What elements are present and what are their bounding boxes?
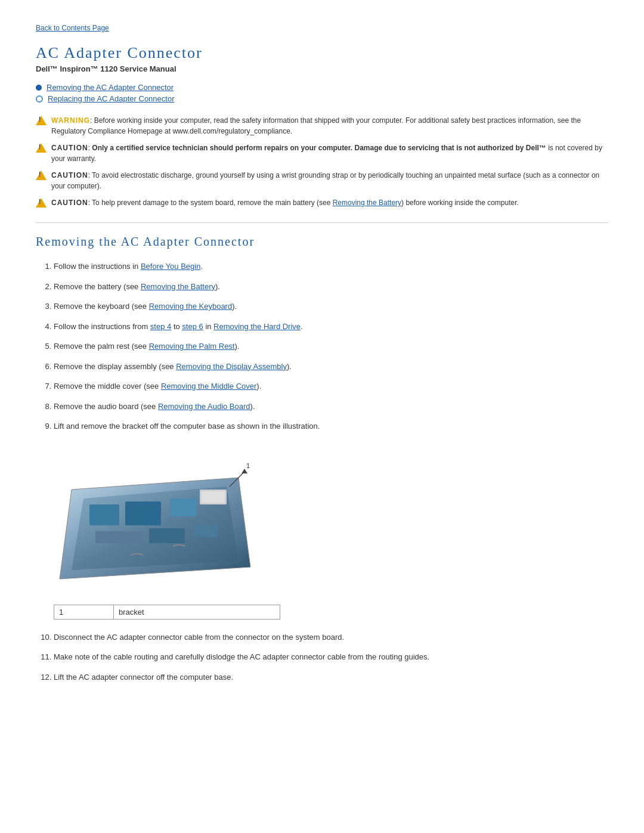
steps-list: Follow the instructions in Before You Be…	[54, 261, 608, 432]
parts-table: 1 bracket	[54, 605, 280, 620]
step-4: Follow the instructions from step 4 to s…	[54, 321, 608, 333]
caution-notice-3: CAUTION: To help prevent damage to the s…	[36, 197, 608, 210]
step-2: Remove the battery (see Removing the Bat…	[54, 281, 608, 293]
before-you-begin-link[interactable]: Before You Begin	[141, 262, 200, 271]
step-8: Remove the audio board (see Removing the…	[54, 401, 608, 413]
warning-icon	[36, 116, 47, 128]
svg-rect-7	[194, 525, 218, 537]
caution-icon-2	[36, 171, 47, 183]
removing-audio-board-link[interactable]: Removing the Audio Board	[158, 402, 250, 411]
page-subtitle: Dell™ Inspiron™ 1120 Service Manual	[36, 64, 608, 73]
page-title: AC Adapter Connector	[36, 44, 608, 62]
caution-label-2: CAUTION	[51, 171, 88, 179]
caution-text-2: CAUTION: To avoid electrostatic discharg…	[51, 170, 608, 191]
warning-text: WARNING: Before working inside your comp…	[51, 115, 608, 137]
removing-middle-cover-link[interactable]: Removing the Middle Cover	[161, 382, 256, 391]
toc-item-2: Replacing the AC Adapter Connector	[36, 94, 608, 103]
laptop-illustration-container: 1	[54, 454, 256, 587]
laptop-illustration-svg: 1	[54, 454, 256, 585]
removing-section-title: Removing the AC Adapter Connector	[36, 235, 608, 249]
removing-display-assembly-link[interactable]: Removing the Display Assembly	[176, 362, 287, 371]
step-3: Remove the keyboard (see Removing the Ke…	[54, 301, 608, 312]
svg-rect-6	[149, 528, 185, 543]
removing-battery-link-caution[interactable]: Removing the Battery	[333, 199, 401, 207]
svg-rect-9	[202, 491, 225, 503]
caution-notice-2: CAUTION: To avoid electrostatic discharg…	[36, 170, 608, 191]
caution-label-1: CAUTION	[51, 144, 88, 152]
warning-notice: WARNING: Before working inside your comp…	[36, 115, 608, 137]
step-9: Lift and remove the bracket off the comp…	[54, 420, 608, 432]
parts-table-number: 1	[54, 605, 114, 619]
caution-icon-3	[36, 198, 47, 210]
step-11: Make note of the cable routing and caref…	[54, 651, 608, 663]
svg-rect-2	[89, 504, 119, 525]
caution-notice-1: CAUTION: Only a certified service techni…	[36, 143, 608, 164]
svg-rect-4	[170, 498, 197, 516]
step-12: Lift the AC adapter connector off the co…	[54, 671, 608, 683]
step-7: Remove the middle cover (see Removing th…	[54, 380, 608, 392]
step6-link[interactable]: step 6	[182, 322, 203, 331]
caution-text-3: CAUTION: To help prevent damage to the s…	[51, 197, 519, 208]
step-6: Remove the display assembly (see Removin…	[54, 361, 608, 373]
parts-table-label: bracket	[114, 605, 280, 619]
toc-bullet-1	[36, 85, 42, 91]
toc-link-removing[interactable]: Removing the AC Adapter Connector	[47, 83, 174, 92]
step4-link[interactable]: step 4	[150, 322, 171, 331]
back-to-contents-link[interactable]: Back to Contents Page	[36, 24, 608, 32]
caution-icon-1	[36, 143, 47, 156]
toc-bullet-2	[36, 95, 43, 103]
step-5: Remove the palm rest (see Removing the P…	[54, 340, 608, 352]
caution-label-3: CAUTION	[51, 199, 88, 207]
removing-keyboard-link[interactable]: Removing the Keyboard	[149, 302, 232, 311]
removing-battery-link-step2[interactable]: Removing the Battery	[141, 282, 215, 291]
steps-list-continued: Disconnect the AC adapter connector cabl…	[54, 631, 608, 683]
section-divider	[36, 222, 608, 223]
warning-label: WARNING	[51, 116, 90, 125]
parts-table-row-1: 1 bracket	[54, 605, 280, 619]
toc-link-replacing[interactable]: Replacing the AC Adapter Connector	[48, 94, 174, 103]
svg-rect-5	[95, 531, 143, 543]
step-1: Follow the instructions in Before You Be…	[54, 261, 608, 272]
table-of-contents: Removing the AC Adapter Connector Replac…	[36, 83, 608, 103]
svg-marker-11	[242, 469, 247, 473]
removing-palm-rest-link[interactable]: Removing the Palm Rest	[149, 342, 235, 351]
step-10: Disconnect the AC adapter connector cabl…	[54, 631, 608, 643]
toc-item-1: Removing the AC Adapter Connector	[36, 83, 608, 92]
svg-text:1: 1	[246, 462, 250, 469]
caution-text-1: CAUTION: Only a certified service techni…	[51, 143, 608, 164]
removing-hard-drive-link[interactable]: Removing the Hard Drive	[213, 322, 301, 331]
svg-rect-3	[125, 501, 161, 525]
